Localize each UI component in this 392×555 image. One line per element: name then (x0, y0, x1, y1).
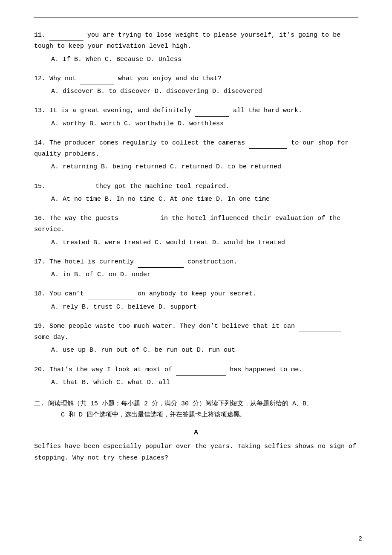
question-12-blank (80, 73, 114, 84)
question-20: 20. That’s the way I look at most of has… (34, 364, 358, 389)
question-19-blank (299, 321, 341, 332)
question-20-after: has happened to me. (226, 366, 303, 373)
question-16-blank (122, 213, 156, 224)
question-11: 11. you are trying to lose weight to ple… (34, 29, 358, 65)
question-19-text: 19. Some people waste too much water. Th… (34, 321, 358, 344)
question-16-text: 16. The way the guests in the hotel infl… (34, 213, 358, 236)
question-19-after: some day. (34, 334, 69, 341)
question-15-blank (49, 181, 92, 192)
question-13-text: 13. It is a great evening, and definitel… (34, 105, 358, 116)
section-a-title: A (34, 429, 358, 436)
question-13-after: all the hard work. (229, 107, 302, 114)
question-18-before: You can’t (49, 290, 88, 298)
question-15-text: 15. they got the machine tool repaired. (34, 181, 358, 192)
question-19: 19. Some people waste too much water. Th… (34, 321, 358, 356)
question-18-number: 18. (34, 290, 46, 298)
question-20-number: 20. (34, 366, 46, 373)
question-19-options: A. use up B. run out of C. be run out D.… (51, 345, 358, 356)
question-17-options: A. in B. of C. on D. under (51, 269, 358, 280)
section2-description2: C 和 D 四个选项中，选出最佳选项，并在答题卡上将该项途黑。 (61, 411, 246, 419)
question-12: 12. Why not what you enjoy and do that? … (34, 73, 358, 98)
question-13-blank (195, 105, 229, 116)
question-13: 13. It is a great evening, and definitel… (34, 105, 358, 130)
question-14-number: 14. (34, 139, 46, 147)
question-19-number: 19. (34, 323, 46, 330)
question-12-number: 12. (34, 75, 46, 82)
question-11-number: 11. (34, 32, 46, 39)
question-11-blank (49, 29, 84, 41)
question-20-blank (176, 364, 226, 376)
question-14-options: A. returning B. being returned C. return… (51, 162, 358, 173)
question-17-blank (138, 256, 184, 268)
question-16-before: The way the guests (49, 215, 122, 222)
question-18-after: on anybody to keep your secret. (134, 290, 257, 298)
section-a-passage: Selfies have been especially popular ove… (34, 441, 358, 464)
question-18-text: 18. You can’t on anybody to keep your se… (34, 288, 358, 300)
question-15-after: they got the machine tool repaired. (92, 183, 230, 190)
question-11-options: A. If B. When C. Because D. Unless (51, 54, 358, 65)
question-18: 18. You can’t on anybody to keep your se… (34, 288, 358, 313)
question-15-options: A. At no time B. In no time C. At one ti… (51, 194, 358, 205)
question-13-before: It is a great evening, and definitely (49, 107, 195, 114)
question-16: 16. The way the guests in the hotel infl… (34, 213, 358, 249)
question-13-number: 13. (34, 107, 46, 114)
question-17-before: The hotel is currently (49, 258, 138, 266)
question-13-options: A. worthy B. worth C. worthwhile D. wort… (51, 119, 358, 130)
section2-label: 二. (34, 400, 44, 408)
page-number: 2 (359, 535, 362, 542)
question-17-after: construction. (184, 258, 237, 266)
question-12-before: Why not (49, 75, 80, 82)
question-18-blank (88, 288, 134, 300)
question-14: 14. The producer comes regularly to coll… (34, 137, 358, 173)
question-17-text: 17. The hotel is currently construction. (34, 256, 358, 268)
question-16-options: A. treated B. were treated C. would trea… (51, 237, 358, 249)
question-17: 17. The hotel is currently construction.… (34, 256, 358, 281)
question-20-before: That’s the way I look at most of (49, 366, 176, 373)
top-divider (34, 17, 358, 17)
section2-description: 阅读理解（共 15 小题；每小题 2 分，满分 30 分）阅读下列短文，从每题所… (48, 400, 313, 408)
question-20-text: 20. That’s the way I look at most of has… (34, 364, 358, 376)
question-11-text: 11. you are trying to lose weight to ple… (34, 29, 358, 52)
question-15: 15. they got the machine tool repaired. … (34, 181, 358, 205)
question-15-number: 15. (34, 183, 46, 190)
question-14-text: 14. The producer comes regularly to coll… (34, 137, 358, 160)
question-19-before: Some people waste too much water. They d… (49, 323, 299, 330)
section2-header: 二. 阅读理解（共 15 小题；每小题 2 分，满分 30 分）阅读下列短文，从… (34, 399, 358, 421)
question-14-before: The producer comes regularly to collect … (49, 139, 249, 147)
question-18-options: A. rely B. trust C. believe D. support (51, 302, 358, 313)
question-12-options: A. discover B. to discover D. discoverin… (51, 86, 358, 97)
question-20-options: A. that B. which C. what D. all (51, 377, 358, 388)
question-14-blank (249, 137, 287, 149)
question-12-text: 12. Why not what you enjoy and do that? (34, 73, 358, 84)
question-16-number: 16. (34, 215, 46, 222)
question-17-number: 17. (34, 258, 46, 266)
question-12-after: what you enjoy and do that? (114, 75, 222, 82)
